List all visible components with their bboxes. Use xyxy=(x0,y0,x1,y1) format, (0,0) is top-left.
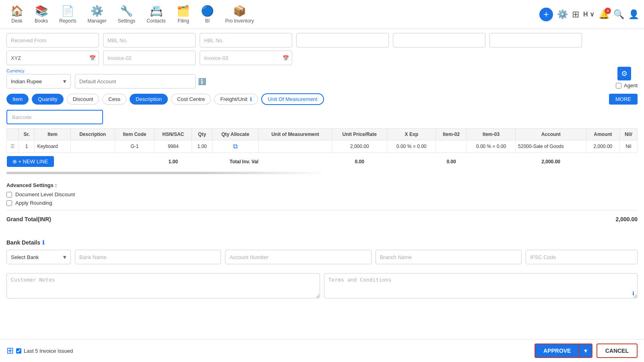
terms-conditions-wrap: ℹ xyxy=(324,273,638,300)
xyz-input[interactable] xyxy=(6,51,99,65)
branch-name-input[interactable] xyxy=(376,250,522,264)
search-icon[interactable]: 🔍 xyxy=(613,9,624,20)
settings-gear-button[interactable]: ⚙ xyxy=(617,67,631,80)
th-qty[interactable]: Qty xyxy=(192,129,213,140)
profile-icon[interactable]: 👤 xyxy=(628,9,639,20)
row-unit-of-measurement[interactable] xyxy=(258,140,332,153)
th-item02[interactable]: Item-02 xyxy=(436,129,466,140)
row-item-code[interactable]: G-1 xyxy=(115,140,155,153)
freight-unit-info-icon[interactable]: ℹ xyxy=(250,96,252,102)
row-qty-allocate[interactable]: ⧉ xyxy=(212,140,258,153)
th-unit-of-measurement[interactable]: Unit of Measurement xyxy=(258,129,332,140)
nav-reports[interactable]: 📄 Reports xyxy=(54,0,82,29)
account-number-input[interactable] xyxy=(225,250,371,264)
row-hsn-sac[interactable]: 9984 xyxy=(155,140,192,153)
form-row-2: 📅 📅 xyxy=(6,51,638,65)
barcode-input[interactable] xyxy=(6,110,103,124)
nav-bi[interactable]: 🔵 BI xyxy=(195,0,219,29)
doc-level-discount-label: Document Level Discount xyxy=(15,191,75,197)
user-initial[interactable]: H ∨ xyxy=(583,10,594,18)
toggle-description[interactable]: Description xyxy=(130,94,168,105)
row-qty[interactable]: 1.00 xyxy=(192,140,213,153)
received-from-input[interactable] xyxy=(6,33,99,47)
more-button[interactable]: MORE xyxy=(609,94,638,105)
bank-details-info-icon[interactable]: ℹ xyxy=(42,239,44,246)
nav-books[interactable]: 📚 Books xyxy=(29,0,54,29)
last5-checkbox[interactable] xyxy=(16,348,21,354)
hbl-no-input[interactable] xyxy=(200,33,292,47)
toggle-cess[interactable]: Cess xyxy=(102,94,126,105)
row-x-exp[interactable]: 0.00 % = 0.00 xyxy=(387,140,436,153)
row-amount[interactable]: 2,000.00 xyxy=(586,140,619,153)
ifsc-code-input[interactable] xyxy=(526,250,638,264)
nav-settings-label: Settings xyxy=(118,18,135,24)
th-item[interactable]: Item xyxy=(35,129,70,140)
invoice03-input[interactable] xyxy=(200,51,292,65)
bottom-bar: ⊞ Last 5 Invoice Issued APPROVE ▼ CANCEL xyxy=(0,339,644,362)
new-line-label: + NEW LINE xyxy=(19,158,48,165)
default-account-info-icon[interactable]: ℹ️ xyxy=(198,78,206,85)
toggle-cost-centre[interactable]: Cost Centre xyxy=(171,94,211,105)
cancel-button[interactable]: CANCEL xyxy=(597,343,638,358)
row-description[interactable] xyxy=(70,140,115,153)
horizontal-scrollbar[interactable] xyxy=(6,172,328,174)
th-hsn-sac[interactable]: HSN/SAC xyxy=(155,129,192,140)
toggle-freight-unit[interactable]: Freight/Unit ℹ xyxy=(214,94,258,105)
bank-name-input[interactable] xyxy=(75,250,221,264)
field4-input[interactable] xyxy=(296,33,389,47)
th-x-exp[interactable]: X Exp xyxy=(387,129,436,140)
th-unit-price[interactable]: Unit Price/Rate xyxy=(332,129,387,140)
qty-allocate-link-icon[interactable]: ⧉ xyxy=(233,143,237,150)
approve-dropdown-button[interactable]: ▼ xyxy=(580,343,592,358)
grid-icon[interactable]: ⊞ xyxy=(572,9,579,20)
total-item03: 0.00 xyxy=(436,153,466,171)
nav-desk[interactable]: 🏠 Desk xyxy=(5,0,29,29)
field5-input[interactable] xyxy=(393,33,485,47)
row-item02[interactable] xyxy=(436,140,466,153)
select-bank-wrap[interactable]: Select Bank ▼ xyxy=(6,250,71,264)
row-item03[interactable]: 0.00 % = 0.00 xyxy=(466,140,515,153)
agent-checkbox[interactable] xyxy=(616,83,621,88)
approve-button[interactable]: APPROVE xyxy=(535,343,580,358)
contacts-icon: 📇 xyxy=(150,5,163,17)
invoice02-input[interactable] xyxy=(103,51,196,65)
th-item03[interactable]: Item-03 xyxy=(466,129,515,140)
default-account-input[interactable] xyxy=(75,74,196,88)
toggle-item[interactable]: Item xyxy=(6,94,29,105)
nav-contacts[interactable]: 📇 Contacts xyxy=(141,0,171,29)
doc-level-discount-checkbox[interactable] xyxy=(6,192,12,197)
row-unit-price[interactable]: 2,000.00 xyxy=(332,140,387,153)
notification-icon[interactable]: 🔔 0 xyxy=(599,9,609,20)
toggle-discount[interactable]: Discount xyxy=(67,94,99,105)
th-description[interactable]: Description xyxy=(70,129,115,140)
toggle-quantity[interactable]: Quantity xyxy=(32,94,63,105)
th-account[interactable]: Account xyxy=(516,129,586,140)
new-line-button[interactable]: ⊕ + NEW LINE xyxy=(7,156,54,167)
row-item[interactable]: Keyboard xyxy=(35,140,70,153)
th-qty-allocate[interactable]: Qty Allocate xyxy=(212,129,258,140)
advanced-settings: Advanced Settings : Document Level Disco… xyxy=(6,182,638,206)
reports-icon: 📄 xyxy=(61,5,74,17)
add-button[interactable]: + xyxy=(539,8,553,21)
th-item-code[interactable]: Item Code xyxy=(115,129,155,140)
nav-filing[interactable]: 🗂️ Filing xyxy=(171,0,195,29)
nav-manager[interactable]: ⚙️ Manager xyxy=(82,0,112,29)
terms-info-icon[interactable]: ℹ xyxy=(632,290,634,296)
th-amount[interactable]: Amount xyxy=(586,129,619,140)
nav-pro-inventory[interactable]: 📦 Pro Inventory xyxy=(219,0,259,29)
mbl-no-input[interactable] xyxy=(103,33,196,47)
select-bank-dropdown[interactable]: Select Bank xyxy=(7,250,70,264)
apply-rounding-checkbox[interactable] xyxy=(6,200,12,206)
toggle-unit-of-measurement[interactable]: Unit Of Measurement xyxy=(261,93,324,105)
row-menu-icon[interactable]: ☰ xyxy=(7,140,19,153)
customer-notes-textarea[interactable] xyxy=(6,273,320,298)
nav-settings[interactable]: 🔧 Settings xyxy=(112,0,141,29)
gear-icon[interactable]: ⚙️ xyxy=(557,9,568,20)
field6-input[interactable] xyxy=(489,33,582,47)
th-sr[interactable]: Sr. xyxy=(19,129,35,140)
currency-select[interactable]: Indian Rupee xyxy=(7,74,70,88)
terms-conditions-textarea[interactable] xyxy=(324,273,638,298)
th-nil[interactable]: Nil/ xyxy=(619,129,637,140)
currency-select-wrap[interactable]: Indian Rupee ▼ xyxy=(6,74,71,88)
row-account[interactable]: 52000-Sale of Goods xyxy=(516,140,586,153)
